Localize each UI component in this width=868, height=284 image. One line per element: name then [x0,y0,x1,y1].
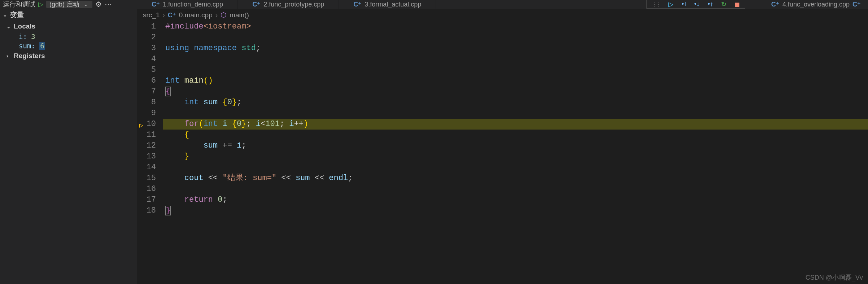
variables-header-label: 变量 [10,10,24,19]
tab-label: 1.function_demo.cpp [163,1,223,8]
continue-button[interactable]: ▷ [668,0,673,8]
current-line-arrow-icon: ▷ [139,120,143,131]
code-area[interactable]: 123456789▷101112131415161718 #include<io… [137,21,868,284]
editor-tab[interactable]: C⁺2.func_prototype.cpp [238,0,339,9]
main-area: ⌄ 变量 ⌄ Locals i: 3sum: 6 › Registers src… [0,9,868,284]
launch-config-label: (gdb) 启动 [49,0,79,9]
editor-tab[interactable]: C⁺1.function_demo.cpp [137,0,238,9]
run-debug-label: 运行和调试 [3,0,35,9]
more-icon[interactable]: ⋯ [105,0,112,9]
variable-row[interactable]: i: 3 [0,32,137,41]
chevron-down-icon: ⌄ [3,12,8,18]
variables-panel: ⌄ 变量 ⌄ Locals i: 3sum: 6 › Registers [0,9,137,284]
top-bar: 运行和调试 ▷ (gdb) 启动 ⌄ ⚙ ⋯ C⁺1.function_demo… [0,0,868,9]
code-line[interactable] [163,184,868,195]
gear-icon[interactable]: ⚙ [95,0,102,9]
locals-header[interactable]: ⌄ Locals [0,21,137,32]
code-line[interactable]: for(int i {0}; i<101; i++) [163,119,868,130]
editor-tabs: C⁺1.function_demo.cppC⁺2.func_prototype.… [137,0,436,9]
line-gutter[interactable]: 123456789▷101112131415161718 [137,21,163,284]
code-line[interactable]: { [163,86,868,97]
tab-label: 4.func_overloading.cpp [782,1,850,8]
breadcrumb-symbol[interactable]: main() [230,11,249,19]
cpp-file-icon: C⁺ [152,0,160,8]
cpp-file-icon: C⁺ [771,0,780,8]
tab-label: 3.formal_actual.cpp [365,1,421,8]
code-line[interactable]: } [163,151,868,162]
code-line[interactable] [163,54,868,65]
step-out-button[interactable]: •↑ [708,0,713,8]
code-line[interactable]: cout << "结果: sum=" << sum << endl; [163,173,868,184]
chevron-down-icon: ⌄ [84,2,88,7]
cpp-file-icon: C⁺ [168,11,176,19]
cpp-file-icon: C⁺ [353,0,362,8]
code-line[interactable] [163,162,868,173]
restart-button[interactable]: ↻ [721,0,727,8]
code-lines[interactable]: #include<iostream>using namespace std;in… [163,21,868,284]
breadcrumb[interactable]: src_1 › C⁺ 0.main.cpp › ⬡ main() [137,9,868,21]
step-over-button[interactable]: •⃕ [681,0,686,8]
variables-header[interactable]: ⌄ 变量 [0,9,137,21]
editor-tab[interactable]: C⁺3.formal_actual.cpp [339,0,436,9]
symbol-icon: ⬡ [221,11,227,19]
step-into-button[interactable]: •↓ [694,0,699,8]
tab-label: 2.func_prototype.cpp [263,1,324,8]
code-line[interactable]: sum += i; [163,140,868,151]
play-icon[interactable]: ▷ [38,0,43,8]
code-line[interactable]: using namespace std; [163,43,868,54]
chevron-right-icon: › [215,11,218,19]
code-line[interactable]: return 0; [163,195,868,205]
code-line[interactable] [163,65,868,75]
locals-header-label: Locals [14,22,35,30]
debug-toolbar: ⋮⋮ ▷ •⃕ •↓ •↑ ↻ ◼ [646,0,745,9]
registers-header[interactable]: › Registers [0,51,137,61]
chevron-right-icon: › [162,11,165,19]
cpp-file-icon: C⁺ [252,0,261,8]
launch-config-dropdown[interactable]: (gdb) 启动 ⌄ [46,1,92,8]
watermark: CSDN @小啊磊_Vv [806,273,863,282]
stop-button[interactable]: ◼ [734,0,740,8]
code-line[interactable]: #include<iostream> [163,21,868,32]
code-line[interactable] [163,108,868,119]
editor: src_1 › C⁺ 0.main.cpp › ⬡ main() 1234567… [137,9,868,284]
chevron-down-icon: ⌄ [6,23,12,29]
code-line[interactable]: int main() [163,75,868,86]
code-line[interactable]: { [163,130,868,140]
code-line[interactable] [163,32,868,43]
overflow-tab[interactable]: C⁺ 4.func_overloading.cpp C⁺ [764,0,868,9]
chevron-right-icon: › [6,53,12,59]
code-line[interactable]: int sum {0}; [163,97,868,108]
variable-row[interactable]: sum: 6 [0,41,137,51]
breadcrumb-file[interactable]: 0.main.cpp [179,11,213,19]
breadcrumb-root[interactable]: src_1 [143,11,160,19]
drag-handle-icon[interactable]: ⋮⋮ [652,1,660,7]
cpp-file-icon: C⁺ [852,0,861,8]
registers-header-label: Registers [14,52,45,60]
code-line[interactable]: } [163,205,868,216]
